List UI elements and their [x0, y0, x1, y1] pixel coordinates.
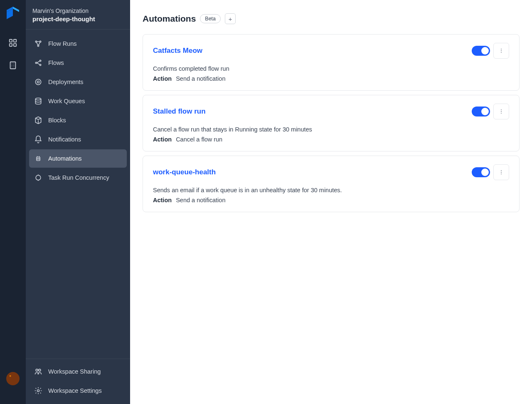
building-icon[interactable] [8, 61, 17, 70]
svg-point-14 [35, 62, 37, 63]
sidebar-item-flows[interactable]: Flows [29, 54, 127, 72]
automations-icon [34, 154, 42, 163]
svg-point-13 [37, 45, 39, 46]
add-automation-button[interactable]: + [225, 13, 236, 24]
sharing-icon [34, 367, 42, 376]
sidebar-item-label: Task Run Concurrency [48, 174, 109, 181]
sidebar-item-label: Flow Runs [48, 40, 77, 47]
svg-point-18 [37, 81, 39, 83]
svg-point-33 [501, 170, 502, 171]
sidebar: Marvin's Organization project-deep-thoug… [26, 0, 130, 404]
svg-rect-2 [10, 44, 12, 46]
sidebar-header[interactable]: Marvin's Organization project-deep-thoug… [26, 0, 130, 30]
action-value: Cancel a flow run [176, 136, 222, 143]
automation-title-link[interactable]: Stalled flow run [153, 107, 206, 116]
notifications-icon [34, 135, 42, 144]
svg-point-19 [35, 98, 41, 100]
sidebar-item-label: Blocks [48, 117, 66, 124]
svg-point-28 [501, 50, 502, 51]
svg-point-21 [37, 159, 38, 159]
automation-description: Sends an email if a work queue is in an … [153, 187, 509, 193]
automation-action: Action Send a notification [153, 75, 509, 82]
automation-card: work-queue-health Sends an email if a wo… [143, 156, 520, 212]
svg-point-26 [37, 390, 39, 392]
svg-rect-4 [10, 62, 16, 69]
automation-menu-button[interactable] [493, 164, 509, 180]
action-value: Send a notification [176, 75, 225, 82]
svg-point-34 [501, 172, 502, 173]
action-label: Action [153, 75, 172, 82]
sidebar-item-notifications[interactable]: Notifications [29, 130, 127, 149]
svg-point-31 [501, 111, 502, 112]
sidebar-item-deployments[interactable]: Deployments [29, 73, 127, 91]
automation-card: Stalled flow run Cancel a flow run that … [143, 95, 520, 151]
svg-point-24 [36, 369, 38, 371]
dots-vertical-icon [498, 48, 504, 54]
enable-toggle[interactable] [472, 107, 490, 116]
action-label: Action [153, 136, 172, 143]
flows-icon [34, 59, 42, 67]
svg-point-30 [501, 109, 502, 110]
automation-title-link[interactable]: work-queue-health [153, 168, 216, 176]
svg-point-16 [39, 64, 41, 65]
sidebar-item-automations[interactable]: Automations [29, 149, 127, 168]
svg-point-11 [35, 41, 37, 42]
settings-icon [34, 387, 42, 395]
svg-point-23 [36, 175, 41, 180]
sidebar-item-label: Work Queues [48, 98, 85, 104]
sidebar-footer: Workspace Sharing Workspace Settings [26, 359, 130, 404]
dots-vertical-icon [498, 169, 504, 175]
page-title: Automations [143, 14, 196, 24]
dots-vertical-icon [498, 109, 504, 114]
svg-point-35 [501, 173, 502, 174]
sidebar-item-workspace-sharing[interactable]: Workspace Sharing [29, 362, 127, 381]
sidebar-item-workspace-settings[interactable]: Workspace Settings [29, 382, 127, 400]
dashboard-icon[interactable] [8, 38, 17, 47]
svg-point-17 [35, 79, 41, 84]
enable-toggle[interactable] [472, 46, 490, 56]
project-name: project-deep-thought [32, 15, 123, 22]
automation-description: Confirms completed flow run [153, 65, 509, 72]
logo-icon [7, 7, 19, 21]
flow-runs-icon [34, 40, 42, 48]
svg-point-27 [501, 49, 502, 50]
svg-rect-3 [14, 44, 16, 46]
automation-description: Cancel a flow run that stays in Running … [153, 126, 509, 133]
svg-point-12 [39, 41, 41, 42]
beta-badge: Beta [200, 14, 221, 23]
automation-menu-button[interactable] [493, 43, 509, 59]
automation-title-link[interactable]: Catfacts Meow [153, 47, 202, 55]
icon-rail [0, 0, 26, 404]
enable-toggle[interactable] [472, 167, 490, 177]
svg-rect-0 [10, 40, 12, 42]
sidebar-item-label: Deployments [48, 79, 84, 85]
automation-menu-button[interactable] [493, 104, 509, 119]
plus-icon: + [229, 16, 232, 22]
svg-point-22 [39, 159, 39, 159]
sidebar-item-label: Workspace Settings [48, 387, 102, 394]
action-label: Action [153, 197, 172, 203]
svg-point-15 [39, 60, 41, 61]
main-content: Automations Beta + Catfacts Meow Confirm… [130, 0, 532, 404]
deployments-icon [34, 78, 42, 86]
sidebar-item-blocks[interactable]: Blocks [29, 111, 127, 129]
action-value: Send a notification [176, 197, 225, 203]
svg-point-32 [501, 113, 502, 114]
automation-action: Action Cancel a flow run [153, 136, 509, 143]
svg-rect-1 [14, 40, 16, 42]
work-queues-icon [34, 97, 42, 105]
automation-card: Catfacts Meow Confirms completed flow ru… [143, 34, 520, 91]
sidebar-item-label: Workspace Sharing [48, 368, 101, 375]
sidebar-item-task-run-concurrency[interactable]: Task Run Concurrency [29, 169, 127, 187]
sidebar-item-work-queues[interactable]: Work Queues [29, 92, 127, 110]
concurrency-icon [34, 173, 42, 182]
sidebar-item-label: Automations [48, 155, 82, 162]
nav: Flow Runs Flows Deployments Work Queues … [26, 30, 130, 359]
automation-action: Action Send a notification [153, 197, 509, 203]
blocks-icon [34, 116, 42, 124]
sidebar-item-label: Notifications [48, 136, 81, 143]
avatar[interactable] [6, 372, 20, 385]
sidebar-item-flow-runs[interactable]: Flow Runs [29, 35, 127, 53]
svg-point-25 [39, 369, 41, 371]
svg-point-29 [501, 52, 502, 53]
